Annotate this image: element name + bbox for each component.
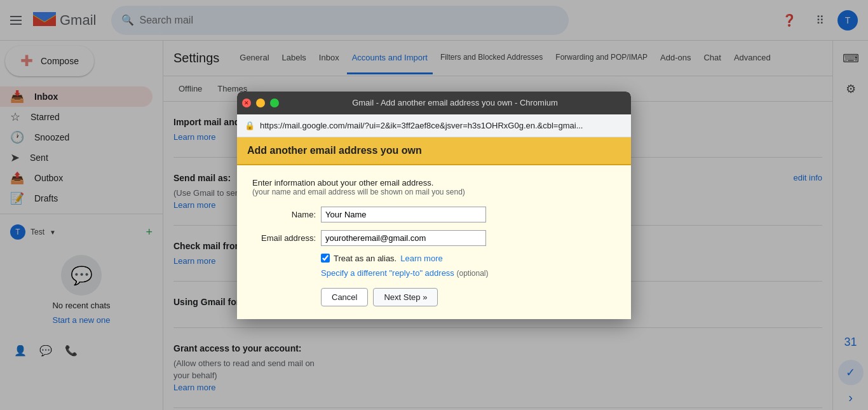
address-text: https://mail.google.com/mail/?ui=2&ik=3f… — [260, 121, 583, 130]
reply-to-link[interactable]: Specify a different "reply-to" address — [321, 268, 454, 278]
dialog-header: Add another email address you own — [237, 137, 631, 165]
cancel-button[interactable]: Cancel — [321, 288, 368, 306]
browser-close-button[interactable]: ✕ — [242, 99, 251, 107]
name-label: Name: — [252, 210, 316, 219]
dialog-content: Add another email address you own Enter … — [237, 137, 631, 319]
dialog-title: Add another email address you own — [247, 145, 621, 156]
dialog-info-subtext: (your name and email address will be sho… — [252, 188, 616, 196]
dialog-body: Enter information about your other email… — [237, 165, 631, 319]
email-label: Email address: — [252, 233, 316, 243]
dialog-info: Enter information about your other email… — [252, 178, 616, 196]
alias-row: Treat as an alias. Learn more — [321, 254, 616, 263]
dialog-buttons: Cancel Next Step » — [321, 288, 616, 306]
overlay: ✕ Gmail - Add another email address you … — [0, 0, 868, 410]
email-input[interactable] — [321, 230, 486, 246]
browser-min-button[interactable] — [256, 99, 265, 107]
reply-to-optional: (optional) — [457, 269, 489, 278]
next-step-button[interactable]: Next Step » — [373, 288, 438, 306]
name-field-row: Name: — [252, 207, 616, 222]
dialog-info-text: Enter information about your other email… — [252, 178, 616, 188]
email-field-row: Email address: — [252, 230, 616, 246]
browser-max-button[interactable] — [270, 99, 279, 107]
browser-titlebar: ✕ Gmail - Add another email address you … — [237, 92, 631, 114]
alias-label: Treat as an alias. — [334, 254, 397, 263]
browser-window: ✕ Gmail - Add another email address you … — [237, 92, 631, 319]
alias-checkbox[interactable] — [321, 254, 330, 263]
browser-addressbar: 🔒 https://mail.google.com/mail/?ui=2&ik=… — [237, 114, 631, 137]
browser-title: Gmail - Add another email address you ow… — [284, 98, 626, 107]
alias-learn-more-link[interactable]: Learn more — [400, 254, 442, 263]
lock-icon: 🔒 — [245, 121, 255, 130]
name-input[interactable] — [321, 207, 486, 222]
reply-to-row: Specify a different "reply-to" address (… — [321, 268, 616, 278]
